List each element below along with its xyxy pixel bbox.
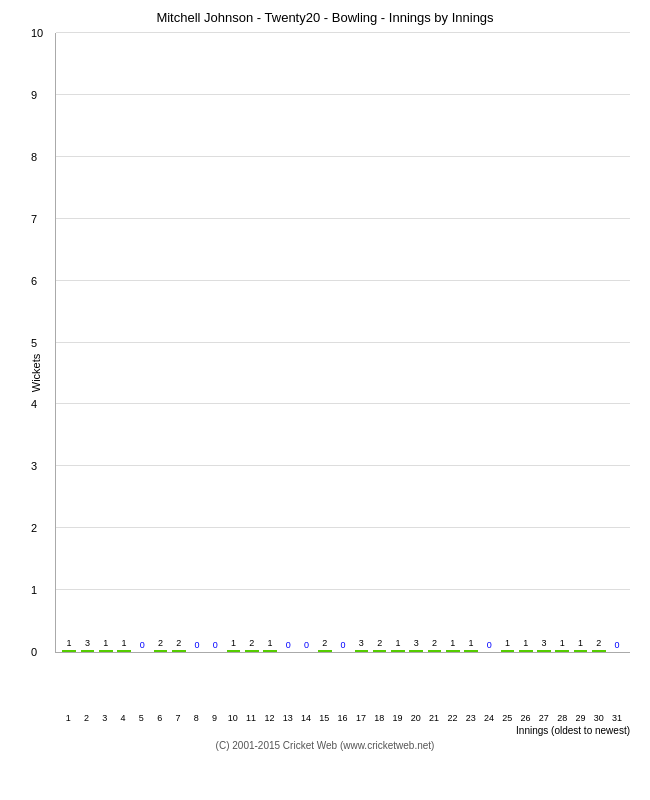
y-tick-label: 4 bbox=[31, 398, 37, 410]
bar: 3 bbox=[537, 650, 551, 652]
bar-group: 3 bbox=[352, 650, 370, 652]
zero-label: 0 bbox=[334, 640, 352, 650]
bar-group: 3 bbox=[78, 650, 96, 652]
chart-title: Mitchell Johnson - Twenty20 - Bowling - … bbox=[10, 10, 640, 25]
bar-group: 0 bbox=[297, 640, 315, 652]
bar-value-label: 1 bbox=[63, 638, 75, 648]
bar-value-label: 1 bbox=[100, 638, 112, 648]
x-tick-label: 26 bbox=[516, 713, 534, 723]
y-tick-label: 5 bbox=[31, 337, 37, 349]
y-tick-label: 6 bbox=[31, 275, 37, 287]
bar-group: 2 bbox=[151, 650, 169, 652]
x-tick-label: 18 bbox=[370, 713, 388, 723]
grid-line bbox=[56, 403, 630, 404]
bar-group: 1 bbox=[571, 650, 589, 652]
x-tick-label: 31 bbox=[608, 713, 626, 723]
grid-line bbox=[56, 342, 630, 343]
x-axis-title: Innings (oldest to newest) bbox=[10, 725, 630, 736]
bar: 2 bbox=[373, 650, 387, 652]
grid-line bbox=[56, 32, 630, 33]
bar: 2 bbox=[428, 650, 442, 652]
y-tick-label: 8 bbox=[31, 151, 37, 163]
bar: 1 bbox=[446, 650, 460, 652]
bar: 1 bbox=[519, 650, 533, 652]
x-tick-label: 8 bbox=[187, 713, 205, 723]
bar: 1 bbox=[227, 650, 241, 652]
bar-group: 1 bbox=[517, 650, 535, 652]
x-tick-label: 13 bbox=[279, 713, 297, 723]
bar: 2 bbox=[245, 650, 259, 652]
bar: 1 bbox=[464, 650, 478, 652]
bar-value-label: 3 bbox=[82, 638, 94, 648]
bar-group: 1 bbox=[553, 650, 571, 652]
x-tick-label: 19 bbox=[388, 713, 406, 723]
bar-group: 1 bbox=[97, 650, 115, 652]
bar-value-label: 2 bbox=[173, 638, 185, 648]
copyright: (C) 2001-2015 Cricket Web (www.cricketwe… bbox=[10, 740, 640, 751]
bar-value-label: 1 bbox=[118, 638, 130, 648]
bar-value-label: 1 bbox=[228, 638, 240, 648]
grid-line bbox=[56, 589, 630, 590]
bar: 2 bbox=[154, 650, 168, 652]
y-tick-label: 0 bbox=[31, 646, 37, 658]
x-tick-label: 28 bbox=[553, 713, 571, 723]
y-tick-label: 10 bbox=[31, 27, 43, 39]
bar-value-label: 1 bbox=[264, 638, 276, 648]
grid-line bbox=[56, 94, 630, 95]
bar-group: 2 bbox=[590, 650, 608, 652]
zero-label: 0 bbox=[608, 640, 626, 650]
x-tick-label: 24 bbox=[480, 713, 498, 723]
x-axis-labels: 1234567891011121314151617181920212223242… bbox=[55, 713, 630, 723]
bar-group: 2 bbox=[371, 650, 389, 652]
x-tick-label: 2 bbox=[77, 713, 95, 723]
grid-line bbox=[56, 465, 630, 466]
bar-group: 0 bbox=[133, 640, 151, 652]
zero-label: 0 bbox=[133, 640, 151, 650]
bar: 3 bbox=[355, 650, 369, 652]
bar-group: 0 bbox=[206, 640, 224, 652]
x-tick-label: 16 bbox=[333, 713, 351, 723]
bar-value-label: 2 bbox=[593, 638, 605, 648]
bar-value-label: 1 bbox=[465, 638, 477, 648]
x-tick-label: 23 bbox=[462, 713, 480, 723]
bar: 3 bbox=[81, 650, 95, 652]
bar-value-label: 1 bbox=[392, 638, 404, 648]
y-tick-label: 3 bbox=[31, 460, 37, 472]
x-tick-label: 9 bbox=[205, 713, 223, 723]
chart-container: Mitchell Johnson - Twenty20 - Bowling - … bbox=[0, 0, 650, 800]
bar-group: 0 bbox=[334, 640, 352, 652]
bar-value-label: 1 bbox=[575, 638, 587, 648]
bar-value-label: 1 bbox=[447, 638, 459, 648]
zero-label: 0 bbox=[188, 640, 206, 650]
x-tick-label: 4 bbox=[114, 713, 132, 723]
bar-group: 3 bbox=[535, 650, 553, 652]
x-tick-label: 7 bbox=[169, 713, 187, 723]
x-tick-label: 27 bbox=[535, 713, 553, 723]
y-tick-label: 2 bbox=[31, 522, 37, 534]
bar-group: 2 bbox=[170, 650, 188, 652]
bar-value-label: 2 bbox=[374, 638, 386, 648]
bar-group: 2 bbox=[425, 650, 443, 652]
bar-group: 1 bbox=[224, 650, 242, 652]
bar-value-label: 2 bbox=[155, 638, 167, 648]
bar-value-label: 3 bbox=[538, 638, 550, 648]
y-tick-label: 7 bbox=[31, 213, 37, 225]
x-tick-label: 14 bbox=[297, 713, 315, 723]
bar: 1 bbox=[555, 650, 569, 652]
bar-group: 0 bbox=[279, 640, 297, 652]
bar-group: 1 bbox=[444, 650, 462, 652]
x-tick-label: 17 bbox=[352, 713, 370, 723]
bar-group: 0 bbox=[188, 640, 206, 652]
bar: 1 bbox=[117, 650, 131, 652]
bar: 1 bbox=[501, 650, 515, 652]
zero-label: 0 bbox=[279, 640, 297, 650]
x-tick-label: 29 bbox=[571, 713, 589, 723]
bar-value-label: 3 bbox=[356, 638, 368, 648]
bar-value-label: 1 bbox=[520, 638, 532, 648]
x-tick-label: 10 bbox=[224, 713, 242, 723]
bar: 1 bbox=[391, 650, 405, 652]
bar-group: 2 bbox=[316, 650, 334, 652]
bar: 3 bbox=[409, 650, 423, 652]
bar: 2 bbox=[172, 650, 186, 652]
x-tick-label: 20 bbox=[407, 713, 425, 723]
